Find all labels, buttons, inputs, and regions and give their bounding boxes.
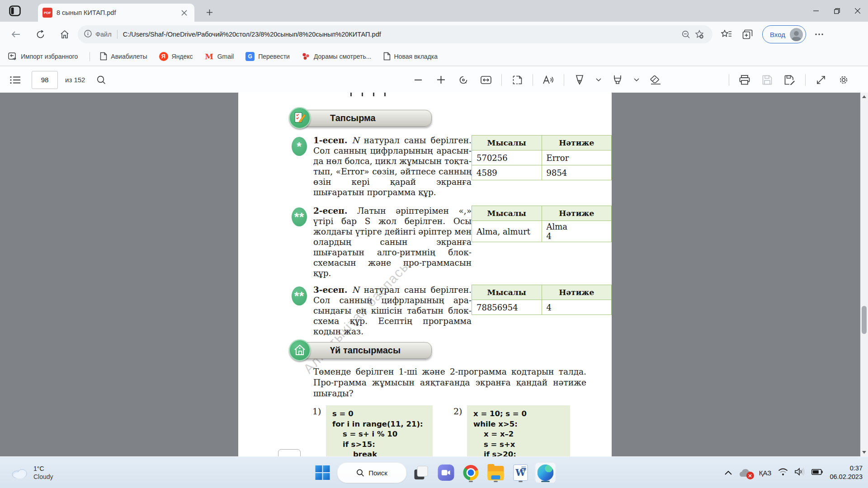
word-icon: W — [514, 465, 528, 481]
bookmark-aviabilety[interactable]: Авиабилеты — [100, 50, 147, 63]
taskbar: 1°C Cloudy Поиск — [0, 456, 868, 488]
browser-tab[interactable]: PDF 8 сынып КИТАП.pdf — [38, 4, 194, 22]
read-aloud-icon[interactable] — [539, 71, 557, 89]
highlight-chevron-icon[interactable] — [631, 71, 642, 89]
erase-icon[interactable] — [646, 71, 665, 89]
task-1-difficulty-badge: * — [292, 137, 307, 156]
zoom-in-icon[interactable] — [432, 71, 450, 89]
task-view-button[interactable] — [411, 462, 432, 483]
tray-chevron-up-icon[interactable] — [725, 469, 732, 477]
zoom-out-page-icon[interactable] — [679, 28, 693, 41]
task-2-difficulty-badge: ** — [292, 207, 307, 226]
bookmarks-bar: Импорт избранного Авиабилеты Я Яндекс M … — [0, 47, 868, 66]
address-url[interactable]: C:/Users/Shaf-/OneDrive/Рабочий%20стол/2… — [123, 31, 679, 38]
taskbar-search[interactable]: Поиск — [337, 462, 407, 483]
toc-icon[interactable] — [6, 71, 24, 89]
page-view-icon[interactable] — [508, 71, 526, 89]
refresh-button[interactable] — [32, 26, 49, 43]
cloud-icon — [11, 466, 29, 479]
scrollbar[interactable] — [860, 93, 868, 456]
weather-widget[interactable]: 1°C Cloudy — [6, 457, 58, 488]
file-explorer-icon — [488, 466, 504, 479]
start-button[interactable] — [312, 462, 333, 483]
code-block-2: x = 10; s = 0while x>5: x = x–2 s = s+x … — [467, 405, 570, 456]
draw-chevron-icon[interactable] — [593, 71, 604, 89]
battery-icon[interactable] — [811, 469, 823, 477]
print-icon[interactable] — [736, 71, 754, 89]
volume-icon[interactable] — [795, 468, 805, 478]
task-2-text: 2-есеп. Латын әріптерімен «,» үтірі бар … — [313, 206, 472, 278]
pdf-viewport[interactable]: Алматыкітап баспасы Тапсырма * 1-есеп. N… — [0, 93, 868, 456]
back-button[interactable] — [7, 26, 24, 43]
fit-to-width-icon[interactable] — [477, 71, 495, 89]
table-row: 4589 9854 — [472, 165, 612, 180]
tab-workspaces-icon[interactable] — [7, 4, 23, 18]
address-bar[interactable]: Файл C:/Users/Shaf-/OneDrive/Рабочий%20с… — [78, 25, 712, 43]
bookmark-translate[interactable]: G Перевести — [245, 50, 290, 63]
onedrive-error-icon[interactable] — [739, 468, 752, 478]
pdf-toolbar: 98 из 152 — [0, 66, 868, 94]
tasks-banner-label: Тапсырма — [300, 110, 432, 127]
browser-menu-icon[interactable] — [811, 26, 828, 43]
screen: PDF 8 сынып КИТАП.pdf — [0, 0, 868, 488]
edge-icon — [538, 465, 554, 481]
pdf-search-icon[interactable] — [92, 71, 110, 89]
task-2-example-table: Мысалы Нәтиже Alma, almurt Alma 4 — [472, 206, 612, 242]
chrome-icon — [463, 465, 479, 480]
code-2-label: 2) — [453, 405, 467, 416]
signin-button[interactable]: Вход — [762, 25, 806, 43]
highlight-icon[interactable] — [609, 71, 627, 89]
table-row: Alma, almurt Alma 4 — [472, 221, 612, 242]
teams-chat-button[interactable] — [436, 462, 457, 483]
weather-condition: Cloudy — [33, 473, 53, 481]
bookmark-gmail[interactable]: M Gmail — [205, 50, 234, 63]
new-tab-button[interactable] — [203, 5, 216, 19]
favorites-icon[interactable] — [718, 26, 735, 43]
scroll-down-icon[interactable] — [860, 448, 868, 456]
file-explorer-button[interactable] — [486, 462, 506, 483]
zoom-out-icon[interactable] — [409, 71, 427, 89]
fullscreen-icon[interactable] — [812, 71, 830, 89]
page-number-input[interactable]: 98 — [32, 71, 58, 89]
edge-button[interactable] — [535, 462, 556, 483]
collections-icon[interactable] — [739, 26, 756, 43]
pdf-page: Алматыкітап баспасы Тапсырма * 1-есеп. N… — [238, 93, 612, 456]
address-file-label: Файл — [95, 31, 112, 38]
clock[interactable]: 0:37 06.02.2023 — [830, 464, 863, 481]
scroll-up-icon[interactable] — [860, 93, 868, 101]
settings-gear-icon[interactable] — [835, 71, 853, 89]
task-2: ** 2-есеп. Латын әріптерімен «,» үтірі б… — [292, 206, 612, 278]
task-3-example-table: Мысалы Нәтиже 78856954 4 — [472, 285, 612, 315]
save-as-icon[interactable] — [781, 71, 799, 89]
add-favorite-icon[interactable] — [693, 28, 706, 41]
window-minimize-button[interactable] — [806, 0, 826, 22]
bookmark-newtab[interactable]: Новая вкладка — [383, 50, 438, 63]
address-divider — [117, 30, 118, 39]
bookmark-import[interactable]: Импорт избранного — [8, 50, 78, 63]
task-view-icon — [415, 466, 428, 479]
rotate-icon[interactable] — [454, 71, 472, 89]
bookmark-doramy[interactable]: Дорамы смотреть... — [302, 50, 372, 63]
task-pencil-icon — [289, 107, 311, 129]
homework-banner: Үй тапсырмасы — [289, 339, 612, 361]
doramy-icon — [302, 52, 310, 61]
chrome-button[interactable] — [461, 462, 481, 483]
gmail-icon: M — [205, 52, 214, 61]
word-button[interactable]: W — [510, 462, 531, 483]
home-button[interactable] — [56, 26, 73, 43]
table-row: 78856954 4 — [472, 300, 612, 315]
code-block-1: s = 0for i in range(11, 21): s = s+ i % … — [326, 405, 433, 456]
tab-close-icon[interactable] — [178, 7, 190, 19]
wifi-icon[interactable] — [778, 468, 788, 478]
language-indicator[interactable]: ҚАЗ — [759, 469, 772, 477]
code-1-label: 1) — [312, 405, 326, 416]
scrollbar-thumb[interactable] — [862, 306, 867, 334]
window-close-button[interactable] — [847, 0, 868, 22]
bookmark-yandex[interactable]: Я Яндекс — [159, 50, 193, 63]
homework-text: Төменде берілген 1-ші және 2-программа к… — [313, 366, 586, 399]
save-icon[interactable] — [758, 71, 776, 89]
task-1: * 1-есеп. N натурал саны берілген. Сол с… — [292, 135, 612, 197]
window-restore-button[interactable] — [826, 0, 847, 22]
draw-icon[interactable] — [571, 71, 589, 89]
info-icon[interactable] — [84, 30, 92, 39]
